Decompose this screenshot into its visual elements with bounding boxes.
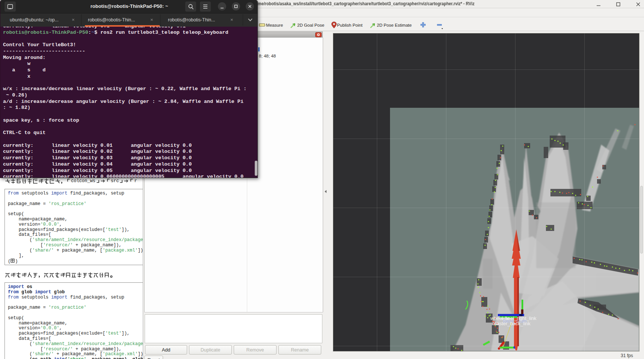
- svg-text:caster_back_link: caster_back_link: [494, 321, 531, 326]
- svg-text:2D Pose Estimate: 2D Pose Estimate: [377, 23, 412, 27]
- svg-text:Measure: Measure: [266, 23, 283, 27]
- svg-text:2D Goal Pose: 2D Goal Pose: [297, 23, 324, 27]
- svg-text:Publish Point: Publish Point: [337, 23, 363, 27]
